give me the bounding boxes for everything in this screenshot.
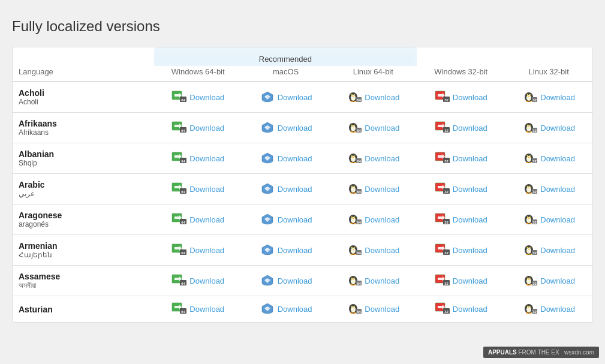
download-link-linux32[interactable]: 32 Download <box>522 121 575 135</box>
download-link-linux64[interactable]: 64 Download <box>347 274 399 288</box>
download-link-linux64[interactable]: 64 Download <box>347 213 399 227</box>
win32-icon: 32 <box>435 182 450 196</box>
svg-point-157 <box>529 223 532 224</box>
download-link-linux64[interactable]: 64 Download <box>347 243 399 257</box>
win64-icon: 64 <box>171 274 187 288</box>
svg-point-170 <box>352 247 353 248</box>
linux64-icon: 64 <box>347 121 362 135</box>
download-link-linux64[interactable]: 64 Download <box>347 91 399 104</box>
download-label: Download <box>365 305 399 314</box>
download-label: Download <box>365 215 399 224</box>
download-label: Download <box>189 246 224 255</box>
download-link-win64[interactable]: 64 Download <box>171 152 224 166</box>
svg-text:64: 64 <box>181 128 185 132</box>
download-link-linux64[interactable]: 64 Download <box>347 302 399 316</box>
download-link-win32[interactable]: 32 Download <box>435 302 487 316</box>
download-link-linux64[interactable]: 64 Download <box>347 182 399 196</box>
download-link-win32[interactable]: 32 Download <box>435 91 487 104</box>
svg-point-218 <box>530 278 531 278</box>
download-link-macos[interactable]: Download <box>260 243 312 257</box>
svg-text:32: 32 <box>444 128 449 132</box>
win32-header-top <box>417 47 505 66</box>
download-link-win64[interactable]: 64 Download <box>171 274 224 288</box>
svg-point-107 <box>354 186 355 186</box>
download-cell-linux32: 32 Download <box>505 296 592 323</box>
download-link-linux64[interactable]: 64 Download <box>347 152 399 166</box>
svg-point-60 <box>526 131 529 133</box>
svg-point-238 <box>354 312 356 314</box>
svg-point-185 <box>528 247 528 248</box>
svg-point-249 <box>528 306 528 307</box>
lang-native: Acholi <box>19 98 152 106</box>
download-link-macos[interactable]: Download <box>260 213 312 227</box>
language-cell: Assameseঅসমীয়া <box>13 266 154 296</box>
language-cell: Arabicعربي <box>13 174 154 204</box>
recommended-header: Recommended <box>154 47 417 66</box>
download-cell-win64: 64 Download <box>154 235 242 266</box>
download-link-win64[interactable]: 64 Download <box>171 121 224 135</box>
recommended-row: Recommended <box>13 47 592 66</box>
download-link-win32[interactable]: 32 Download <box>435 274 487 288</box>
download-link-win64[interactable]: 64 Download <box>171 302 224 316</box>
download-link-macos[interactable]: Download <box>260 121 312 135</box>
linux64-icon: 64 <box>347 243 362 257</box>
svg-point-74 <box>352 155 353 156</box>
macos-icon <box>260 243 275 257</box>
download-link-linux32[interactable]: 32 Download <box>522 182 575 196</box>
col-win32-label: Windows 32-bit <box>417 66 505 82</box>
win32-icon: 32 <box>435 91 450 104</box>
download-link-macos[interactable]: Download <box>260 152 312 166</box>
language-cell: AlbanianShqip <box>13 143 154 174</box>
download-link-linux32[interactable]: 32 Download <box>522 152 575 166</box>
download-link-macos[interactable]: Download <box>260 274 312 288</box>
download-link-linux32[interactable]: 32 Download <box>522 91 575 104</box>
download-cell-win64: 64 Download <box>154 174 242 204</box>
download-link-win32[interactable]: 32 Download <box>435 152 487 166</box>
download-link-win64[interactable]: 64 Download <box>171 91 224 104</box>
download-link-win64[interactable]: 64 Download <box>171 182 224 196</box>
download-link-macos[interactable]: Download <box>260 182 312 196</box>
svg-text:64: 64 <box>357 98 362 101</box>
svg-text:32: 32 <box>532 281 537 285</box>
svg-text:64: 64 <box>181 251 185 254</box>
svg-text:32: 32 <box>532 128 537 132</box>
macos-icon <box>260 121 275 135</box>
win32-icon: 32 <box>435 243 450 257</box>
table-row: AcholiAcholi 64 Download Download 64 Dow… <box>13 82 592 113</box>
linux64-icon: 64 <box>347 182 362 196</box>
download-link-linux32[interactable]: 32 Download <box>522 302 575 316</box>
win64-icon: 64 <box>171 213 187 227</box>
download-cell-win64: 64 Download <box>154 204 242 235</box>
download-link-linux64[interactable]: 64 Download <box>347 121 399 135</box>
download-cell-win64: 64 Download <box>154 82 242 113</box>
page-container: Fully localized versions Recommended Lan… <box>0 0 605 364</box>
download-label: Download <box>453 215 487 224</box>
svg-point-220 <box>526 284 529 285</box>
lang-native: aragonés <box>19 220 152 228</box>
download-link-win32[interactable]: 32 Download <box>435 213 487 227</box>
macos-icon <box>260 182 275 196</box>
download-link-linux32[interactable]: 32 Download <box>522 243 575 257</box>
download-link-macos[interactable]: Download <box>260 302 312 316</box>
svg-point-78 <box>354 162 356 163</box>
download-link-win64[interactable]: 64 Download <box>171 243 224 257</box>
download-cell-linux32: 32 Download <box>505 174 592 204</box>
lang-name: Afrikaans <box>19 119 152 128</box>
download-label: Download <box>189 124 224 133</box>
download-label: Download <box>453 124 487 133</box>
download-link-macos[interactable]: Download <box>260 91 312 104</box>
download-cell-win32: 32 Download <box>417 82 505 113</box>
svg-point-189 <box>529 254 532 255</box>
download-link-win32[interactable]: 32 Download <box>435 121 487 135</box>
download-link-win32[interactable]: 32 Download <box>435 182 487 196</box>
svg-point-154 <box>530 216 531 217</box>
download-label: Download <box>189 154 224 163</box>
column-header-row: Language Windows 64-bit macOS Linux 64-b… <box>13 66 592 82</box>
download-link-linux32[interactable]: 32 Download <box>522 213 575 227</box>
svg-text:32: 32 <box>532 189 537 193</box>
download-link-linux32[interactable]: 32 Download <box>522 274 575 288</box>
linux32-header-top <box>505 47 592 66</box>
download-link-win32[interactable]: 32 Download <box>435 243 487 257</box>
svg-point-61 <box>529 131 532 133</box>
download-link-win64[interactable]: 64 Download <box>171 213 224 227</box>
